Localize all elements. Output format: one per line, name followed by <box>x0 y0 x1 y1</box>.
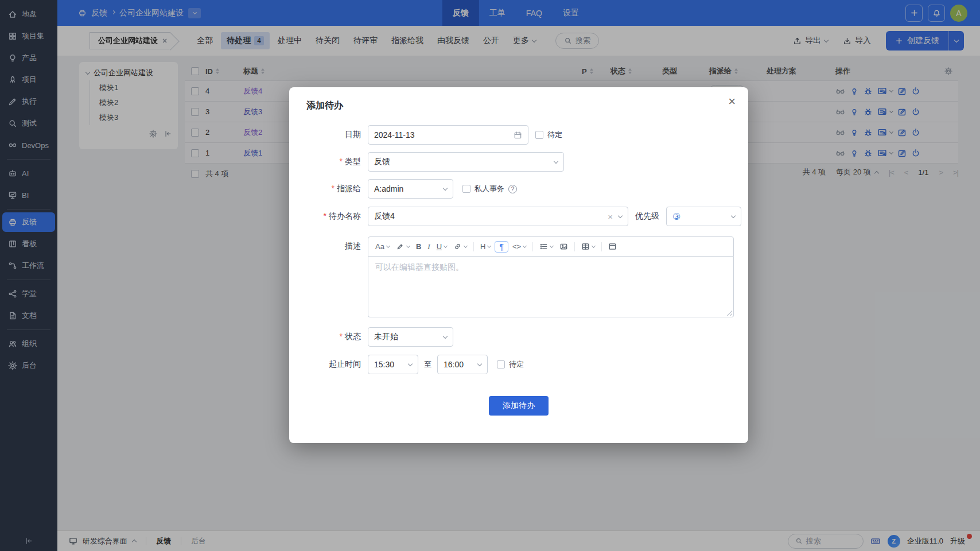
modal-title: 添加待办 <box>306 100 343 112</box>
paragraph-button[interactable]: ¶ <box>495 241 508 253</box>
time-separator: 至 <box>424 359 431 370</box>
table-button[interactable] <box>579 241 597 252</box>
description-label: 描述 <box>306 241 361 251</box>
time-pending-checkbox[interactable]: 待定 <box>497 359 524 370</box>
submit-button[interactable]: 添加待办 <box>489 396 549 416</box>
chevron-down-icon <box>731 213 736 218</box>
time-range-label: 起止时间 <box>306 359 361 370</box>
status-value: 未开始 <box>374 332 398 342</box>
assignee-value: A:admin <box>374 184 403 193</box>
toolbar-divider <box>473 242 474 251</box>
chevron-down-icon <box>386 243 390 247</box>
time-from-value: 15:30 <box>374 360 394 369</box>
editor-placeholder: 可以在编辑器直接贴图。 <box>375 262 464 271</box>
time-from-select[interactable]: 15:30 <box>368 355 418 374</box>
checkbox[interactable] <box>462 185 470 193</box>
link-button[interactable] <box>451 241 469 252</box>
underline-button[interactable]: U <box>434 241 449 252</box>
status-label: 状态 <box>306 332 361 342</box>
bold-button[interactable]: B <box>414 241 423 252</box>
priority-label: 优先级 <box>635 211 659 222</box>
pending-label: 待定 <box>509 359 524 370</box>
chevron-down-icon <box>487 243 491 247</box>
toolbar-divider <box>601 242 602 251</box>
chevron-down-icon <box>406 243 410 247</box>
checkbox[interactable] <box>497 360 505 368</box>
assignee-label: 指派给 <box>306 184 361 194</box>
pending-label: 待定 <box>547 130 562 140</box>
type-select[interactable]: 反馈 <box>368 152 564 172</box>
image-button[interactable] <box>557 241 570 252</box>
chevron-down-icon <box>477 361 482 366</box>
chevron-down-icon <box>618 213 623 218</box>
link-icon <box>453 242 462 251</box>
time-to-value: 16:00 <box>444 360 464 369</box>
private-label: 私人事务 <box>475 184 504 194</box>
chevron-down-icon <box>554 158 558 163</box>
chevron-down-icon <box>444 243 448 247</box>
toolbar-divider <box>574 242 575 251</box>
frame-icon <box>608 242 617 251</box>
status-select[interactable]: 未开始 <box>368 327 453 347</box>
date-pending-checkbox[interactable]: 待定 <box>535 130 562 140</box>
editor-toolbar: Aa B I U H ¶ <> <box>368 236 734 257</box>
chevron-down-icon <box>550 243 554 247</box>
todo-name-value: 反馈4 <box>374 211 395 222</box>
chevron-down-icon <box>592 243 596 247</box>
resize-handle[interactable] <box>726 310 732 316</box>
font-button[interactable]: Aa <box>373 241 392 252</box>
heading-button[interactable]: H <box>478 241 493 252</box>
help-icon[interactable]: ? <box>508 185 517 193</box>
date-label: 日期 <box>306 130 361 140</box>
date-input[interactable]: 2024-11-13 <box>368 125 528 145</box>
add-todo-modal: 添加待办 × 日期 2024-11-13 待定 类型 反馈 指派给 A:admi… <box>289 87 748 443</box>
chevron-down-icon <box>443 185 448 190</box>
time-to-select[interactable]: 16:00 <box>437 355 488 374</box>
list-button[interactable] <box>537 241 555 252</box>
date-value: 2024-11-13 <box>374 130 415 139</box>
checkbox[interactable] <box>535 131 543 139</box>
toolbar-divider <box>532 242 533 251</box>
assignee-select[interactable]: A:admin <box>368 179 453 199</box>
highlighter-icon <box>396 242 405 251</box>
highlight-button[interactable] <box>394 241 412 252</box>
type-value: 反馈 <box>374 157 390 167</box>
priority-select[interactable]: ③ <box>666 207 741 226</box>
type-label: 类型 <box>306 157 361 167</box>
chevron-down-icon <box>408 361 413 366</box>
todo-name-input[interactable]: 反馈4 × <box>368 207 628 226</box>
list-icon <box>539 242 548 251</box>
todo-name-label: 待办名称 <box>306 211 361 222</box>
priority-value: ③ <box>672 211 680 222</box>
code-button[interactable]: <> <box>510 241 528 252</box>
image-icon <box>559 242 568 251</box>
description-editor[interactable]: 可以在编辑器直接贴图。 <box>368 257 734 317</box>
close-icon[interactable]: × <box>728 95 736 108</box>
chevron-down-icon <box>523 243 527 247</box>
table-icon <box>581 242 590 251</box>
italic-button[interactable]: I <box>425 241 432 253</box>
frame-button[interactable] <box>606 241 619 252</box>
calendar-icon[interactable] <box>514 131 522 139</box>
private-checkbox[interactable]: 私人事务 ? <box>462 184 517 194</box>
clear-icon[interactable]: × <box>608 212 613 222</box>
chevron-down-icon <box>443 333 448 338</box>
chevron-down-icon <box>464 243 468 247</box>
